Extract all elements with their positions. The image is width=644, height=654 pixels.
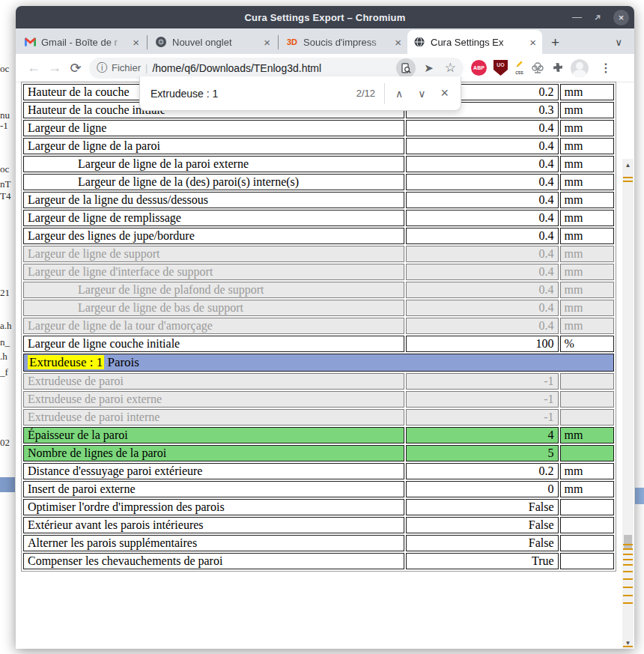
find-close-button[interactable]: × — [433, 85, 456, 101]
background-text-fragment: 02 — [0, 437, 10, 449]
table-row: Extérieur avant les parois intérieures F… — [23, 517, 614, 533]
background-text-fragment: T4 — [0, 190, 10, 202]
send-to-device-icon[interactable]: ➤ — [420, 61, 437, 75]
screen: { "titlebar": { "title": "Cura Settings … — [0, 0, 644, 654]
setting-label: Largeur de ligne de plafond de support — [23, 282, 404, 298]
table-row: Insert de paroi externe 0 mm — [23, 481, 614, 497]
setting-unit: mm — [560, 300, 614, 316]
ublock-origin-extension-button[interactable]: UO — [493, 60, 508, 76]
tab-label: Nouvel onglet — [172, 37, 258, 48]
bookmark-star-icon[interactable]: ☆ — [442, 60, 459, 76]
forward-button[interactable]: → — [44, 60, 65, 76]
scroll-up-arrow[interactable]: ▲ — [622, 159, 634, 171]
3d-icon: 3D — [286, 36, 298, 48]
tab-nouvel-onglet[interactable]: Nouvel onglet × — [149, 30, 276, 54]
find-match-marker — [623, 181, 633, 182]
settings-table-body: Hauteur de la couche 0.2 mm Hauteur de l… — [23, 84, 614, 569]
setting-label: Largeur de ligne d'interface de support — [23, 264, 404, 280]
tab-search-chevron-icon[interactable]: ∨ — [615, 37, 622, 48]
find-match-marker — [623, 559, 633, 560]
titlebar[interactable]: Cura Settings Export – Chromium — ➔ × — [16, 6, 634, 28]
find-in-page-active-chip[interactable] — [396, 58, 416, 78]
tab-close-button[interactable]: × — [529, 37, 536, 48]
setting-value: 0.4 — [406, 300, 559, 316]
setting-value: 0.4 — [406, 318, 559, 334]
setting-value: -1 — [406, 391, 559, 408]
setting-unit — [560, 409, 614, 426]
table-row: Largeur de ligne de bas de support 0.4 m… — [23, 300, 614, 316]
scroll-down-arrow[interactable]: ▼ — [622, 637, 634, 649]
setting-unit: % — [560, 336, 614, 352]
setting-label: Extrudeuse de paroi interne — [23, 409, 404, 426]
tab-close-button[interactable]: × — [264, 37, 270, 48]
setting-unit: mm — [560, 84, 614, 100]
background-text-fragment: a.h — [0, 320, 12, 332]
restore-button[interactable]: ➔ — [591, 10, 604, 23]
setting-label: Largeur de ligne — [23, 120, 404, 136]
table-row: Largeur de ligne de support 0.4 mm — [23, 246, 614, 262]
tree-extension-button[interactable] — [531, 61, 544, 75]
background-text-fragment: oc — [0, 163, 9, 175]
table-row: Largeur de ligne de la tour d'amorçage 0… — [23, 318, 614, 334]
setting-label: Insert de paroi externe — [23, 481, 404, 497]
setting-value: 0 — [406, 481, 559, 497]
table-row: Alterner les parois supplémentaires Fals… — [23, 535, 614, 551]
profile-avatar[interactable] — [571, 59, 589, 77]
tab-close-button[interactable]: × — [395, 37, 401, 48]
scrollbar-thumb[interactable] — [624, 535, 632, 548]
extensions-puzzle-icon[interactable] — [551, 61, 564, 74]
tab-cura-settings-active[interactable]: Cura Settings Ex × — [407, 30, 542, 54]
setting-label: Largeur de ligne de la tour d'amorçage — [23, 318, 404, 334]
table-row: Largeur de ligne couche initiale 100 % — [23, 336, 614, 352]
find-match-marker — [623, 595, 633, 596]
tab-soucis-impression[interactable]: 3D Soucis d'impress × — [280, 30, 407, 54]
css-editor-extension-button[interactable]: css — [514, 61, 524, 75]
find-match-count: 2/12 — [356, 88, 375, 99]
setting-value: 0.4 — [406, 174, 559, 190]
table-row: Largeur de ligne de la paroi 0.4 mm — [23, 138, 614, 154]
find-next-button[interactable]: ∨ — [410, 88, 433, 100]
setting-value: False — [406, 517, 559, 533]
reload-button[interactable]: ⟳ — [65, 60, 86, 76]
tab-divider — [147, 35, 148, 49]
url-text[interactable]: /home/q6/Downloads/TEnlog3d.html — [152, 62, 392, 74]
setting-label: Alterner les parois supplémentaires — [23, 535, 404, 551]
table-row: Distance d'essuyage paroi extérieure 0.2… — [23, 463, 614, 479]
close-button[interactable]: × — [613, 10, 629, 25]
find-previous-button[interactable]: ∧ — [388, 88, 410, 100]
table-row: Largeur de ligne de la paroi externe 0.4… — [23, 156, 614, 172]
setting-value: True — [406, 553, 559, 569]
setting-unit: mm — [560, 120, 614, 136]
setting-unit: mm — [560, 318, 614, 334]
setting-value: -1 — [406, 373, 559, 390]
setting-label: Compenser les chevauchements de paroi — [23, 553, 404, 569]
find-bar: Extrudeuse : 1 2/12 ∧ ∨ × — [139, 76, 461, 111]
setting-value: 0.4 — [406, 138, 559, 154]
find-query-input[interactable]: Extrudeuse : 1 — [151, 88, 356, 100]
setting-value: 0.4 — [406, 210, 559, 226]
tab-label: Gmail - Boîte de r — [41, 37, 127, 48]
back-button[interactable]: ← — [23, 60, 44, 76]
setting-label: Épaisseur de la paroi — [23, 427, 404, 443]
background-window-fragment — [0, 477, 15, 492]
page-info-icon[interactable]: ⓘ — [97, 61, 107, 75]
gmail-icon — [24, 36, 36, 48]
vertical-scrollbar[interactable]: ▲ ▼ — [622, 159, 634, 649]
table-row: Largeur de la ligne du dessus/dessous 0.… — [23, 192, 614, 208]
find-match-marker — [623, 602, 633, 604]
minimize-button[interactable]: — — [572, 13, 582, 21]
browser-menu-button[interactable]: ⋮ — [597, 61, 615, 75]
setting-unit: mm — [560, 138, 614, 154]
table-row: Optimiser l'ordre d'impression des paroi… — [23, 499, 614, 515]
address-bar[interactable]: ⓘ Fichier | /home/q6/Downloads/TEnlog3d.… — [89, 58, 464, 79]
find-separator — [384, 83, 385, 104]
setting-label: Largeur de ligne de la paroi externe — [23, 156, 404, 172]
table-row: Compenser les chevauchements de paroi Tr… — [23, 553, 614, 569]
new-tab-button[interactable]: + — [551, 34, 559, 51]
setting-label: Extrudeuse de paroi externe — [23, 391, 404, 408]
tab-close-button[interactable]: × — [133, 37, 139, 48]
tab-gmail[interactable]: Gmail - Boîte de r × — [18, 30, 145, 54]
page-content: Hauteur de la couche 0.2 mm Hauteur de l… — [16, 82, 634, 649]
adblock-plus-extension-button[interactable]: ABP — [471, 60, 487, 76]
table-row: Largeur de ligne de plafond de support 0… — [23, 282, 614, 298]
